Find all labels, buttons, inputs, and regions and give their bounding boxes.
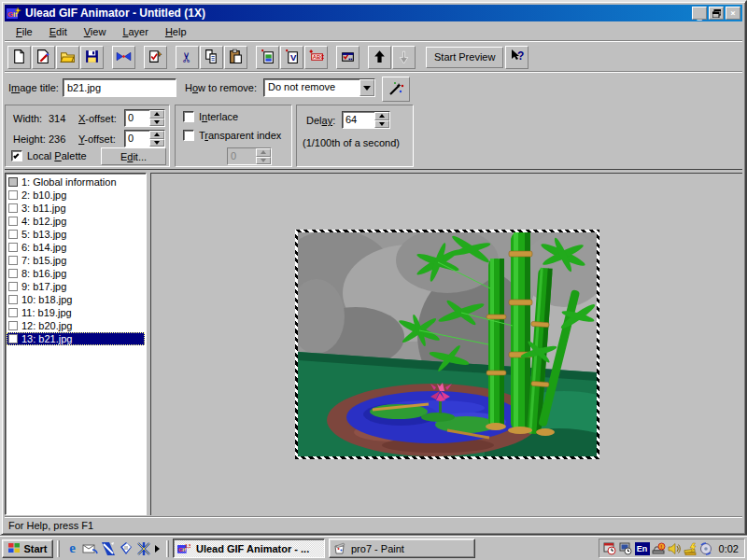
add-text-button[interactable]: ABC [304,46,328,69]
start-button[interactable]: Start [2,539,53,558]
frame-list-item[interactable]: 7: b15.jpg [7,254,145,267]
chevron-down-icon [363,86,371,91]
edit-object-button[interactable] [144,46,167,69]
delay-spinner[interactable]: 64 [342,111,390,129]
height-label: Height: [13,133,46,145]
quick-launch-overflow-arrow[interactable] [155,545,160,553]
language-indicator[interactable]: En [635,542,650,555]
new-button[interactable] [7,46,31,69]
image-title-input[interactable] [63,78,176,97]
frame-list-item[interactable]: 11: b19.jpg [7,306,145,319]
add-image-button[interactable] [256,46,279,69]
animation-wizard-button[interactable] [32,46,55,69]
volume-icon[interactable] [668,541,682,555]
frame-checkbox[interactable] [8,190,18,200]
menu-help[interactable]: Help [158,24,194,39]
y-offset-spinner[interactable]: 0 [124,130,165,147]
frame-checkbox[interactable] [8,295,18,304]
frame-preview-image[interactable] [298,232,597,456]
frame-list-item[interactable]: 8: b16.jpg [7,267,145,280]
spin-up-icon[interactable] [149,131,164,139]
task-button-gif-animator[interactable]: Gif1,5 Ulead GIF Animator - ... [173,539,325,558]
paste-icon [228,49,244,66]
how-to-remove-select[interactable]: Do not remove [263,78,375,97]
frame-checkbox[interactable] [8,334,18,343]
frame-checkbox[interactable] [8,217,18,226]
frame-list-item[interactable]: 2: b10.jpg [7,189,145,202]
frame-list-item[interactable]: 10: b18.jpg [7,293,145,306]
frame-checkbox[interactable] [8,177,18,187]
frame-list-item[interactable]: 9: b17.jpg [7,280,145,293]
frame-properties-button[interactable] [336,46,359,69]
copy-button[interactable] [200,46,223,69]
frame-list-item[interactable]: 6: b14.jpg [7,241,145,254]
frame-list-item[interactable]: 1: Global information [7,175,145,189]
frame-checkbox[interactable] [8,321,18,330]
menu-edit[interactable]: Edit [42,24,75,39]
local-palette-checkbox[interactable]: Local Palette [11,150,87,161]
frame-checkbox[interactable] [8,282,18,291]
restore-button[interactable] [709,7,724,20]
width-value: 314 [49,113,65,124]
quick-launch-doc-icon[interactable] [117,539,134,557]
remove-wizard-button[interactable] [382,77,410,102]
frame-checkbox[interactable] [8,256,18,265]
menu-view[interactable]: View [77,24,114,39]
frame-list[interactable]: 1: Global information 2: b10.jpg 3: b11.… [5,173,147,515]
spin-down-icon[interactable] [374,120,389,129]
frame-checkbox[interactable] [8,308,18,317]
add-video-button[interactable]: V [280,46,303,69]
statusbar: For Help, press F1 [5,516,742,533]
save-button[interactable] [80,46,104,69]
minimize-button[interactable]: _ [692,7,707,20]
taskbar-clock[interactable]: 0:02 [719,543,739,554]
titlebar[interactable]: G if Ulead GIF Animator - Untitled (1X) … [5,5,742,21]
spin-down-icon[interactable] [149,139,164,147]
spin-up-icon[interactable] [149,110,164,119]
quick-launch-app-icon[interactable] [99,539,117,557]
interlace-label: Interlace [199,111,238,122]
move-up-button[interactable] [368,46,391,69]
paint-task-icon [333,541,347,556]
transparent-index-checkbox[interactable]: Transparent index [183,130,281,141]
x-offset-spinner[interactable]: 0 [124,109,165,127]
open-icon [60,49,76,66]
frame-list-item[interactable]: 4: b12.jpg [7,215,145,228]
quick-launch-starburst-icon[interactable] [134,539,152,557]
power-books-icon[interactable] [684,541,698,555]
transparent-index-spinner: 0 [227,147,272,165]
cd-drive-icon[interactable] [699,541,713,555]
outlook-express-icon[interactable] [81,539,99,557]
optimization-wizard-button[interactable] [112,46,135,69]
interlace-checkbox[interactable]: Interlace [183,111,238,122]
combo-dropdown-button[interactable] [359,79,374,96]
spin-down-icon[interactable] [149,119,164,127]
spin-up-icon[interactable] [374,112,389,120]
frame-list-item[interactable]: 12: b20.jpg [7,319,145,332]
options-panel: Interlace Transparent index 0 [175,105,292,167]
close-button[interactable]: × [726,7,740,20]
frame-checkbox[interactable] [8,230,18,239]
menu-layer[interactable]: Layer [115,24,156,39]
frame-checkbox[interactable] [8,243,18,252]
open-button[interactable] [56,46,79,69]
frame-list-item[interactable]: 3: b11.jpg [7,202,145,215]
frame-checkbox[interactable] [8,203,18,213]
panel-strip: Width: 314 X-offset: 0 Height: 236 Y-off… [5,104,742,170]
frame-checkbox[interactable] [8,269,18,278]
display-clock-icon[interactable] [619,541,633,555]
menu-file[interactable]: File [8,24,40,39]
start-preview-button[interactable]: Start Preview [426,47,503,68]
task-scheduler-icon[interactable] [603,541,617,555]
frame-list-item[interactable]: 5: b13.jpg [7,228,145,241]
paste-button[interactable] [224,46,247,69]
internet-explorer-icon[interactable]: e [63,539,81,557]
task-button-paint[interactable]: pro7 - Paint [329,539,475,558]
edit-palette-button[interactable]: Edit... [101,147,166,165]
frame-list-item-selected[interactable]: 13: b21.jpg [7,332,145,345]
cut-button[interactable]: ✂ [176,46,199,69]
printer-status-icon[interactable]: ! [652,541,666,555]
windows-logo-icon [7,542,21,555]
context-help-button[interactable]: ? [505,46,529,69]
canvas-area[interactable] [150,173,742,515]
